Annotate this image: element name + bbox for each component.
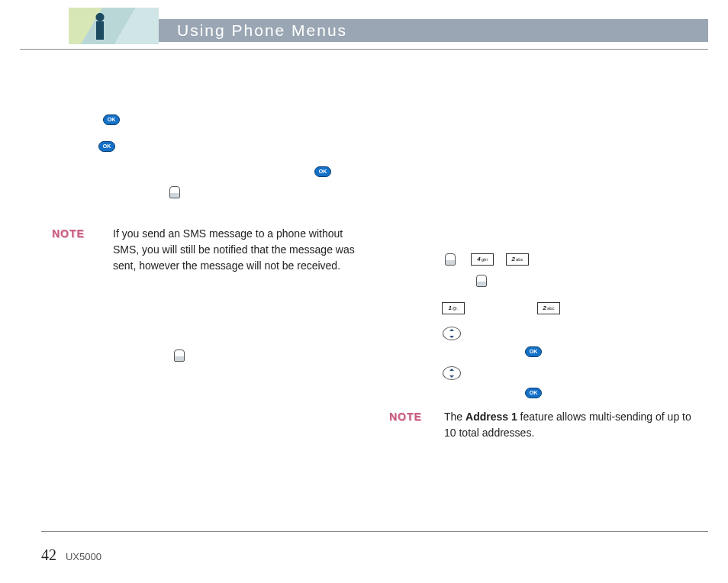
navigation-key-icon	[443, 327, 461, 340]
ok-icon: OK	[525, 388, 542, 398]
key-2abc-icon: 2abc	[537, 302, 560, 314]
soft-key-icon	[476, 275, 487, 287]
header-rule	[20, 49, 708, 50]
note-label: NOTE	[389, 411, 422, 423]
key-1-icon: 1@.	[442, 302, 465, 314]
ok-icon: OK	[314, 166, 331, 177]
chapter-title-bar: Using Phone Menus	[159, 19, 708, 42]
page-number: 42	[41, 546, 56, 563]
page-footer: 42 UX5000	[41, 546, 101, 564]
note-label: NOTE	[52, 227, 85, 240]
chapter-title: Using Phone Menus	[177, 21, 347, 40]
manual-page: Using Phone Menus OK OK OK NOTE If you s…	[0, 0, 728, 583]
ok-icon: OK	[103, 114, 120, 125]
note-block: NOTE The Address 1 feature allows multi-…	[389, 411, 694, 423]
model-name: UX5000	[66, 551, 101, 562]
soft-key-icon	[174, 349, 185, 362]
soft-key-icon	[169, 186, 180, 198]
note-text: The Address 1 feature allows multi-sendi…	[444, 409, 696, 441]
key-4ghi-icon: 4ghi	[471, 253, 494, 266]
key-2abc-icon: 2abc	[506, 253, 529, 266]
note-bold: Address 1	[465, 411, 517, 423]
note-text: If you send an SMS message to a phone wi…	[113, 226, 357, 274]
ok-icon: OK	[98, 141, 115, 152]
page-header: Using Phone Menus	[0, 8, 728, 46]
note-block: NOTE If you send an SMS message to a pho…	[52, 227, 357, 240]
footer-rule	[41, 531, 708, 532]
ok-icon: OK	[525, 346, 542, 357]
header-photo	[69, 8, 159, 44]
soft-key-icon	[445, 253, 456, 266]
navigation-key-icon	[443, 366, 461, 380]
